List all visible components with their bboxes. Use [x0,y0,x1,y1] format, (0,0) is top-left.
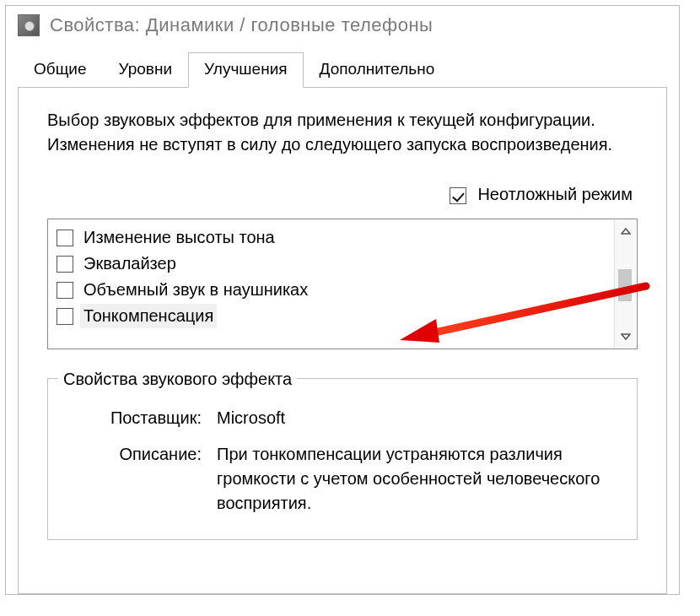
tab-levels[interactable]: Уровни [102,52,188,88]
effect-checkbox[interactable] [57,308,73,325]
scroll-up-icon[interactable] [615,220,636,242]
tab-general[interactable]: Общие [18,52,102,88]
intro-text: Выбор звуковых эффектов для применения к… [47,108,638,157]
effect-checkbox[interactable] [57,256,73,273]
provider-label: Поставщик: [65,406,217,430]
list-item[interactable]: Изменение высоты тона [57,224,628,251]
tab-content: Выбор звуковых эффектов для применения к… [18,88,667,594]
effect-label: Изменение высоты тона [80,225,278,250]
effect-label: Эквалайзер [80,251,180,276]
scrollbar[interactable] [614,220,636,348]
effect-checkbox[interactable] [57,230,73,246]
effects-listbox[interactable]: Изменение высоты тона Эквалайзер Объемны… [47,219,638,349]
tab-strip: Общие Уровни Улучшения Дополнительно [18,51,667,88]
list-item[interactable]: Объемный звук в наушниках [57,277,628,303]
window-title: Свойства: Динамики / головные телефоны [50,14,433,36]
urgent-mode-label: Неотложный режим [477,185,633,203]
tab-enhancements[interactable]: Улучшения [188,52,304,88]
speaker-icon [18,14,40,36]
description-row: Описание: При тонкомпенсации устраняются… [65,442,620,516]
provider-value: Microsoft [217,406,620,430]
group-title: Свойства звукового эффекта [58,367,297,392]
description-value: При тонкомпенсации устраняются различия … [217,442,620,516]
scroll-thumb[interactable] [618,269,632,301]
scroll-down-icon[interactable] [615,326,636,348]
effect-properties-group: Свойства звукового эффекта Поставщик: Mi… [47,378,638,540]
titlebar: Свойства: Динамики / головные телефоны [6,6,679,51]
urgent-mode-checkbox[interactable] [450,187,466,204]
effect-label: Объемный звук в наушниках [80,278,311,302]
description-label: Описание: [65,442,217,516]
effects-list-wrap: Изменение высоты тона Эквалайзер Объемны… [47,219,638,349]
tab-advanced[interactable]: Дополнительно [304,52,451,88]
effect-checkbox[interactable] [57,282,73,299]
urgent-mode-row: Неотложный режим [47,182,638,207]
provider-row: Поставщик: Microsoft [65,406,620,430]
list-item[interactable]: Тонкомпенсация [57,303,628,329]
dialog-window: Свойства: Динамики / головные телефоны О… [5,5,680,595]
list-item[interactable]: Эквалайзер [57,251,628,277]
effect-label: Тонкомпенсация [80,304,217,328]
